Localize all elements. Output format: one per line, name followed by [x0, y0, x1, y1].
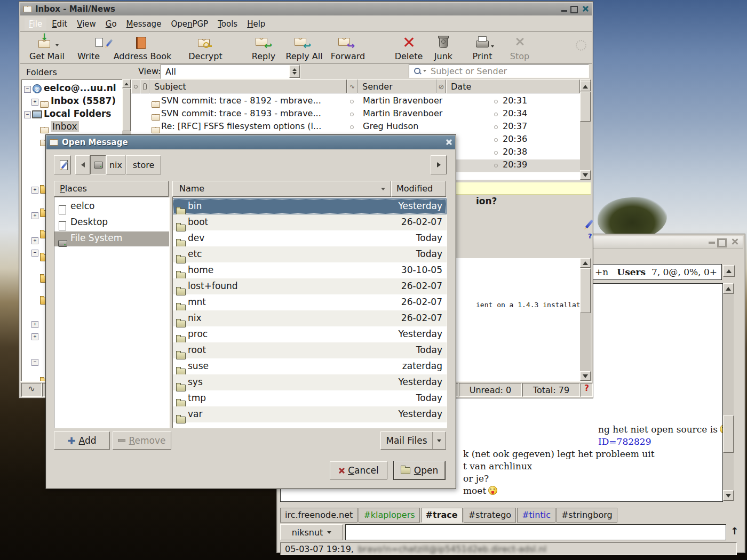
read-column-header[interactable]: [131, 79, 140, 93]
menu-view[interactable]: View: [73, 18, 100, 30]
scrollbar-thumb[interactable]: [580, 268, 591, 313]
mail-close-button[interactable]: [582, 5, 589, 12]
path-root-button[interactable]: [90, 155, 106, 174]
chat-line-link[interactable]: ID=782829: [598, 436, 651, 447]
irc-topic-scroll-up[interactable]: [723, 265, 735, 277]
message-list-scrollbar[interactable]: [580, 82, 591, 180]
irc-minimize-button[interactable]: [709, 242, 715, 244]
irc-close-button[interactable]: [731, 238, 738, 245]
forward-button[interactable]: ↪ Forward: [324, 34, 371, 61]
path-back-button[interactable]: [75, 155, 90, 174]
folder-row-local-folders[interactable]: − Local Folders: [22, 108, 123, 121]
places-header[interactable]: Places: [54, 181, 169, 197]
collapse-icon[interactable]: −: [24, 111, 31, 118]
folder-row-inbox-local[interactable]: Inbox: [22, 121, 123, 133]
path-forward-button[interactable]: [431, 155, 447, 174]
expand-icon[interactable]: +: [31, 99, 38, 106]
tab-server[interactable]: irc.freenode.net: [280, 508, 357, 523]
reply-all-button[interactable]: ↩ Reply All: [282, 34, 327, 61]
modified-column-header[interactable]: Modified: [391, 181, 446, 197]
nick-dropdown[interactable]: niksnut: [280, 524, 343, 540]
menu-message[interactable]: Message: [122, 18, 166, 30]
file-row[interactable]: nix26-02-07: [173, 310, 447, 326]
thread-column-header[interactable]: ∿: [347, 79, 357, 93]
file-row[interactable]: rootToday: [173, 342, 447, 358]
delete-button[interactable]: Delete: [388, 34, 429, 61]
file-row[interactable]: varYesterday: [173, 406, 447, 422]
scrollbar-thumb[interactable]: [122, 89, 131, 131]
file-row[interactable]: home30-10-05: [173, 262, 447, 278]
junk-button[interactable]: Junk: [428, 34, 458, 61]
menu-go[interactable]: Go: [101, 18, 121, 30]
junk-column-header[interactable]: ⊘: [436, 79, 446, 93]
add-button[interactable]: ✚ Add: [54, 431, 110, 450]
file-row[interactable]: boot26-02-07: [173, 214, 447, 230]
enigmail-status-icon[interactable]: ?: [581, 383, 593, 397]
tab-stringborg[interactable]: #stringborg: [557, 508, 617, 523]
irc-maximize-button[interactable]: [717, 238, 727, 247]
tab-stratego[interactable]: #stratego: [464, 508, 516, 523]
view-dropdown[interactable]: All: [161, 64, 300, 79]
address-book-button[interactable]: Address Book: [108, 34, 177, 61]
place-eelco[interactable]: eelco: [54, 199, 169, 214]
path-store-button[interactable]: store: [126, 155, 161, 174]
file-row[interactable]: devToday: [173, 230, 447, 246]
open-button[interactable]: Open: [394, 461, 445, 479]
type-filename-toggle[interactable]: [54, 155, 71, 174]
scrollbar-thumb[interactable]: [723, 415, 734, 453]
file-row[interactable]: mnt26-02-07: [173, 294, 447, 310]
search-input[interactable]: Subject or Sender: [409, 64, 589, 78]
tab-trace[interactable]: #trace: [421, 508, 463, 523]
folder-row-inbox-account[interactable]: + Inbox (5587): [22, 95, 123, 108]
menu-help[interactable]: Help: [243, 18, 269, 30]
reply-button[interactable]: ↩ Reply: [247, 34, 280, 61]
subject-column-header[interactable]: Subject: [149, 79, 347, 93]
file-row-selected[interactable]: binYesterday: [173, 198, 447, 214]
offline-indicator[interactable]: ∿: [21, 383, 42, 397]
attachment-column-header[interactable]: [140, 79, 149, 93]
mail-minimize-button[interactable]: [561, 10, 567, 12]
file-row[interactable]: procYesterday: [173, 326, 447, 342]
file-row[interactable]: etcToday: [173, 246, 447, 262]
input-history-up-icon[interactable]: ↑: [730, 525, 738, 537]
tab-klaplopers[interactable]: #klaplopers: [359, 508, 419, 523]
get-mail-button[interactable]: ↓ Get Mail: [25, 34, 69, 61]
cancel-button[interactable]: Cancel: [330, 461, 387, 479]
filter-arrow-icon[interactable]: [432, 432, 446, 449]
menu-edit[interactable]: Edit: [47, 18, 71, 30]
message-body-scrollbar[interactable]: [580, 258, 591, 381]
name-column-header[interactable]: Name: [172, 181, 391, 197]
mail-maximize-button[interactable]: [570, 6, 578, 13]
scrollbar-thumb[interactable]: [580, 92, 591, 122]
decrypt-button[interactable]: Decrypt: [183, 34, 228, 61]
write-button[interactable]: Write: [71, 34, 106, 61]
file-list[interactable]: binYesterday boot26-02-07 devToday etcTo…: [172, 197, 447, 428]
places-list[interactable]: eelco Desktop File System: [54, 197, 170, 428]
place-file-system[interactable]: File System: [54, 231, 169, 246]
tab-tintic[interactable]: #tintic: [517, 508, 555, 523]
mail-titlebar[interactable]: Inbox - Mail/News: [20, 3, 592, 15]
message-row[interactable]: SVN commit: trace - 8192 - mbrave... Mar…: [131, 95, 580, 108]
path-nix-button[interactable]: nix: [106, 155, 125, 174]
print-button[interactable]: Print: [467, 34, 497, 61]
menu-tools[interactable]: Tools: [213, 18, 242, 30]
collapse-icon[interactable]: −: [24, 86, 31, 93]
menu-openpgp[interactable]: OpenPGP: [166, 18, 212, 30]
date-column-header[interactable]: Date: [446, 79, 580, 93]
dialog-titlebar[interactable]: Open Message: [46, 135, 455, 149]
filter-dropdown[interactable]: Mail Files: [380, 431, 446, 450]
file-row[interactable]: tmpToday: [173, 390, 447, 406]
file-row[interactable]: sysYesterday: [173, 374, 447, 390]
place-desktop[interactable]: Desktop: [54, 215, 169, 230]
menu-file[interactable]: File: [25, 18, 46, 30]
message-row[interactable]: SVN commit: trace - 8193 - mbrave... Mar…: [131, 108, 580, 121]
dialog-close-button[interactable]: [445, 139, 452, 146]
file-row[interactable]: lost+found26-02-07: [173, 278, 447, 294]
message-row[interactable]: Re: [RFC] FSFS filesystem options (l... …: [131, 121, 580, 134]
folder-row-account[interactable]: − @ eelco@...uu.nl: [22, 82, 123, 95]
irc-chat-scrollbar[interactable]: [723, 283, 734, 501]
irc-message-input[interactable]: [345, 524, 726, 540]
dropdown-spinner-icon[interactable]: [289, 65, 300, 78]
file-row[interactable]: susezaterdag: [173, 358, 447, 374]
sender-column-header[interactable]: Sender: [357, 79, 436, 93]
